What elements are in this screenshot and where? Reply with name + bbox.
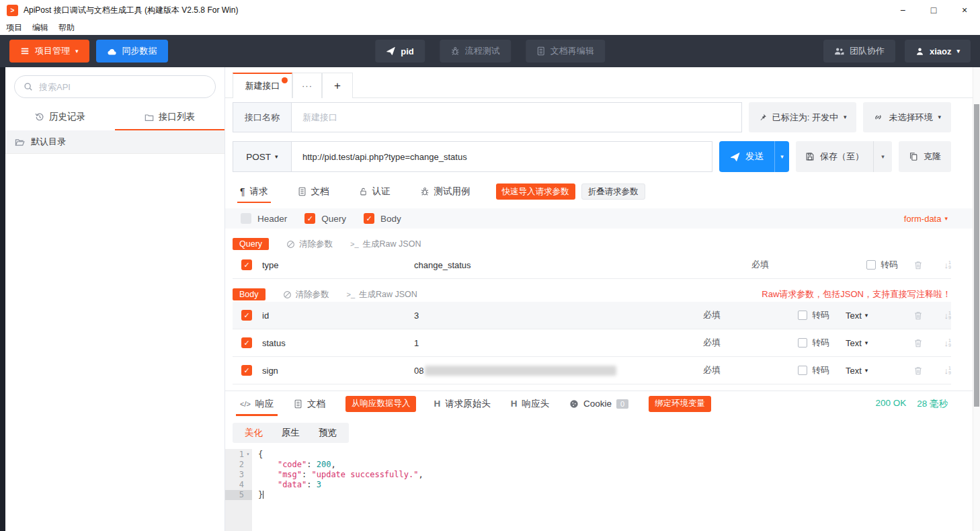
sort-button[interactable]: ↓19 (935, 366, 951, 376)
content-type-select[interactable]: form-data ▾ (904, 214, 948, 224)
user-menu-button[interactable]: xiaoz ▾ (905, 40, 971, 63)
param-name[interactable]: sign (262, 366, 414, 376)
checkbox-unchecked-icon (866, 260, 876, 270)
mark-status-button[interactable]: 已标注为: 开发中 ▾ (749, 102, 857, 132)
param-name[interactable]: status (262, 338, 414, 348)
tab-more-button[interactable]: ··· (292, 73, 322, 98)
tab-request[interactable]: ¶ 请求 (240, 186, 268, 198)
query-clear-button[interactable]: 清除参数 (286, 239, 333, 250)
response-editor[interactable]: 1▾2345 { "code": 200, "msg": "update suc… (225, 449, 980, 531)
tab-response-doc[interactable]: 文档 (294, 398, 325, 410)
collapse-params-button[interactable]: 折叠请求参数 (581, 183, 645, 200)
gutter-line: 3 (225, 469, 252, 479)
sort-button[interactable]: ↓19 (935, 260, 951, 270)
method-select[interactable]: POST ▾ (233, 141, 292, 172)
team-collab-button[interactable]: 团队协作 (823, 40, 895, 63)
menu-edit[interactable]: 编辑 (32, 22, 48, 34)
raw-request-header-button[interactable]: H 请求原始头 (434, 398, 490, 410)
delete-row-button[interactable] (907, 311, 929, 321)
row-checkbox[interactable]: ✓ (241, 337, 252, 348)
param-value[interactable]: change_status (414, 260, 751, 270)
response-header-label: 响应头 (522, 398, 549, 410)
redacted-value (425, 366, 616, 376)
pid-button[interactable]: pid (375, 40, 425, 63)
menu-project[interactable]: 项目 (6, 22, 22, 34)
fold-icon[interactable]: ▾ (244, 451, 252, 457)
tab-doc-label: 文档 (311, 186, 329, 198)
api-name-input[interactable] (292, 102, 742, 132)
send-button[interactable]: 发送 (719, 141, 774, 172)
folder-icon (145, 113, 154, 122)
sort-button[interactable]: ↓19 (935, 311, 951, 321)
query-gen-raw-button[interactable]: >_ 生成Raw JSON (350, 239, 421, 250)
row-checkbox[interactable]: ✓ (241, 365, 252, 376)
delete-row-button[interactable] (907, 366, 929, 376)
doc-reedit-button[interactable]: 文档再编辑 (526, 40, 605, 63)
body-gen-raw-button[interactable]: >_ 生成Raw JSON (347, 289, 417, 300)
minimize-icon[interactable]: − (887, 0, 918, 20)
send-dropdown-button[interactable]: ▾ (774, 141, 789, 172)
header-checkbox[interactable]: Header (241, 213, 287, 224)
encode-checkbox[interactable]: 转码 (789, 364, 846, 376)
tab-response[interactable]: </> 响应 (240, 398, 274, 410)
param-value[interactable]: 3 (414, 311, 703, 321)
row-checkbox[interactable]: ✓ (241, 259, 252, 270)
flow-test-button[interactable]: 流程测试 (440, 40, 511, 63)
body-checkbox[interactable]: ✓ Body (364, 213, 401, 224)
url-input[interactable] (292, 141, 712, 172)
sync-data-button[interactable]: 同步数据 (96, 40, 168, 63)
env-select-button[interactable]: 未选择环境 ▾ (863, 102, 951, 132)
save-button[interactable]: 保存（至） (796, 141, 873, 172)
body-clear-button[interactable]: 清除参数 (283, 289, 329, 300)
tab-new-api[interactable]: 新建接口 (233, 73, 292, 98)
search-input[interactable] (39, 82, 206, 92)
query-param-row: ✓ type change_status 必填 转码 ↓19 (233, 251, 951, 279)
view-beautify-tab[interactable]: 美化 (245, 427, 263, 439)
scrollbar-thumb[interactable] (974, 104, 979, 407)
body-clear-label: 清除参数 (296, 289, 329, 300)
menu-help[interactable]: 帮助 (58, 22, 75, 34)
close-icon[interactable]: × (949, 0, 980, 20)
tab-auth[interactable]: 认证 (359, 186, 391, 198)
delete-row-button[interactable] (907, 338, 929, 348)
encode-checkbox[interactable]: 转码 (858, 259, 907, 271)
cookie-button[interactable]: Cookie 0 (569, 399, 628, 409)
clone-label: 克隆 (924, 151, 941, 163)
tab-add-button[interactable]: + (322, 73, 353, 98)
editor-code[interactable]: { "code": 200, "msg": "update successful… (252, 449, 980, 531)
tab-api-list[interactable]: 接口列表 (115, 105, 224, 130)
tab-doc[interactable]: 文档 (298, 186, 329, 198)
value-type-select[interactable]: Text ▾ (846, 311, 907, 321)
param-value[interactable]: 08 (414, 366, 703, 376)
save-dropdown-button[interactable]: ▾ (873, 141, 892, 172)
param-value[interactable]: 1 (414, 338, 703, 348)
clone-button[interactable]: 克隆 (899, 141, 951, 172)
row-checkbox[interactable]: ✓ (241, 310, 252, 321)
quick-import-button[interactable]: 快速导入请求参数 (496, 183, 575, 200)
view-raw-tab[interactable]: 原生 (282, 427, 300, 439)
import-from-response-button[interactable]: 从响应数据导入 (345, 396, 417, 412)
encode-checkbox[interactable]: 转码 (789, 337, 846, 349)
vertical-scrollbar[interactable] (973, 67, 980, 531)
bind-env-button[interactable]: 绑定环境变量 (649, 396, 711, 412)
sort-button[interactable]: ↓19 (935, 338, 951, 348)
response-header-button[interactable]: H 响应头 (511, 398, 549, 410)
content-type-value: form-data (904, 214, 942, 224)
query-checkbox[interactable]: ✓ Query (304, 213, 346, 224)
project-manage-button[interactable]: 项目管理 ▾ (9, 40, 89, 63)
param-name[interactable]: id (262, 311, 414, 321)
sort-numeric-icon: ↓19 (944, 338, 951, 348)
tab-history[interactable]: 历史记录 (5, 105, 115, 130)
view-preview-tab[interactable]: 预览 (319, 427, 337, 439)
tab-request-label: 请求 (250, 186, 268, 198)
tab-testcase[interactable]: 测试用例 (420, 186, 471, 198)
sidebar-item-default-folder[interactable]: 默认目录 (5, 130, 224, 154)
value-type-select[interactable]: Text ▾ (846, 338, 907, 348)
value-type-select[interactable]: Text ▾ (846, 366, 907, 376)
sort-numeric-icon: ↓19 (944, 260, 951, 270)
encode-checkbox[interactable]: 转码 (789, 309, 846, 321)
param-name[interactable]: type (262, 260, 414, 270)
save-button-group: 保存（至） ▾ (796, 141, 892, 172)
maximize-icon[interactable]: □ (918, 0, 949, 20)
delete-row-button[interactable] (907, 260, 929, 270)
